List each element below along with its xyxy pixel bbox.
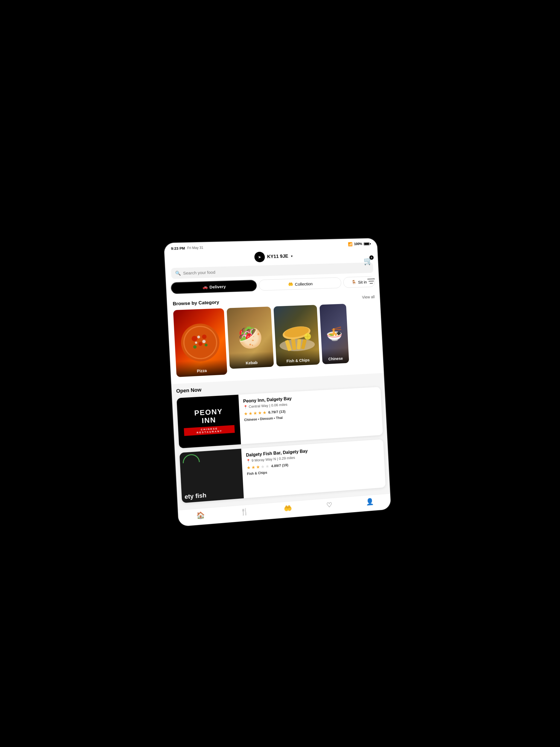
peony-title: PEONY INN	[194, 407, 223, 425]
category-kebab[interactable]: 🥙 Kebab	[227, 307, 274, 369]
sitin-icon: 🪑	[351, 280, 357, 285]
peony-inn-image: PEONY INN CHINESE RESTAURANT	[177, 394, 241, 448]
nav-home[interactable]: 🏠	[196, 511, 205, 519]
dalgety-star-2: ★	[251, 465, 255, 470]
battery-percent: 100%	[354, 242, 362, 246]
nav-favorites[interactable]: ♡	[326, 501, 332, 509]
dalgety-image: ety Fish	[179, 448, 244, 503]
nav-account[interactable]: 👤	[366, 498, 374, 506]
star-2: ★	[248, 411, 252, 416]
delivery-icon: 🚗	[202, 284, 208, 289]
home-icon: 🏠	[196, 511, 205, 519]
sitin-label: Sit in	[358, 279, 367, 284]
nav-orders[interactable]: 🍴	[240, 508, 249, 516]
tab-delivery[interactable]: 🚗 Delivery	[171, 279, 257, 294]
heart-icon: ♡	[326, 501, 332, 509]
category-pizza[interactable]: Pizza	[173, 308, 227, 377]
category-kebab-label: Kebab	[232, 360, 271, 366]
account-icon: 👤	[366, 498, 374, 506]
dalgety-logo-text: ety Fish	[184, 492, 207, 500]
location-icon: ➤	[254, 252, 265, 262]
categories-title: Browse by Category	[173, 300, 219, 307]
open-now-section: Open Now PEONY INN CHINESE RESTAURANT Pe…	[171, 373, 390, 510]
category-chinese[interactable]: 🍜 Chinese	[320, 304, 349, 364]
battery-icon	[364, 242, 371, 245]
dalgety-star-1: ★	[247, 465, 251, 470]
star-1: ★	[244, 411, 248, 416]
dalgety-star-3: ★	[256, 464, 260, 469]
chevron-down-icon: ▾	[291, 254, 293, 258]
nav-collection[interactable]: 🤲	[284, 504, 292, 512]
mobile-device: 9:23 PM Fri May 31 📶 100% ➤ KY11 9JE ▾	[164, 238, 391, 526]
status-time: 9:23 PM	[171, 246, 185, 251]
category-chinese-label: Chinese	[325, 356, 347, 361]
star-3: ★	[253, 410, 257, 416]
delivery-label: Delivery	[209, 284, 226, 289]
categories-section: Browse by Category View all	[167, 291, 384, 382]
dalgety-star-5: ★	[265, 463, 269, 469]
category-fish-chips-label: Fish & Chips	[279, 357, 317, 364]
restaurant-card-peony[interactable]: PEONY INN CHINESE RESTAURANT Peony Inn, …	[177, 387, 383, 448]
delivery-tabs-container: 🚗 Delivery 🤲 Collection 🪑 Sit in	[166, 276, 379, 294]
dalgety-star-4: ★	[261, 464, 265, 469]
pizza-image	[178, 321, 222, 364]
collection-label: Collection	[295, 281, 313, 286]
location-pin-icon-2: 📍	[246, 459, 251, 463]
dalgety-arch	[182, 454, 200, 463]
dalgety-rating: 4.89/7 (19)	[271, 463, 288, 468]
kebab-emoji: 🥙	[237, 325, 263, 350]
orders-icon: 🍴	[240, 508, 249, 516]
cart-badge: 0	[370, 255, 374, 259]
status-date: Fri May 31	[187, 246, 203, 250]
svg-line-0	[367, 279, 375, 279]
status-icons: 📶 100%	[348, 241, 371, 247]
peony-subtitle: CHINESE RESTAURANT	[184, 425, 235, 436]
category-pizza-label: Pizza	[179, 367, 225, 374]
tab-collection[interactable]: 🤲 Collection	[259, 277, 341, 290]
category-fish-chips[interactable]: Fish & Chips	[274, 305, 320, 366]
chinese-emoji: 🍜	[326, 326, 343, 342]
star-5: ★	[262, 410, 266, 415]
search-input[interactable]	[183, 265, 370, 275]
dalgety-info: Dalgety Fish Bar, Dalgety Bay 📍 9 Moray …	[241, 439, 385, 498]
collection-icon: 🤲	[288, 282, 294, 287]
peony-info: Peony Inn, Dalgety Bay 📍 Central Way | 0…	[238, 387, 383, 444]
restaurant-card-dalgety[interactable]: ety Fish Dalgety Fish Bar, Dalgety Bay 📍…	[179, 439, 385, 503]
fish-chips-image	[277, 317, 316, 354]
filter-icon	[367, 278, 375, 284]
categories-scroll: Pizza 🥙 Kebab	[167, 302, 384, 382]
cart-button[interactable]: 🛒 0	[363, 256, 373, 265]
peony-rating: 6.79/7 (13)	[268, 409, 286, 414]
view-all-button[interactable]: View all	[362, 294, 375, 299]
wifi-icon: 📶	[348, 242, 353, 246]
location-postcode: KY11 9JE	[267, 254, 288, 259]
star-4: ★	[258, 410, 262, 416]
filter-button[interactable]	[367, 278, 375, 285]
location-pin-icon: 📍	[244, 405, 248, 409]
collection-nav-icon: 🤲	[284, 504, 292, 512]
search-icon: 🔍	[175, 271, 181, 276]
